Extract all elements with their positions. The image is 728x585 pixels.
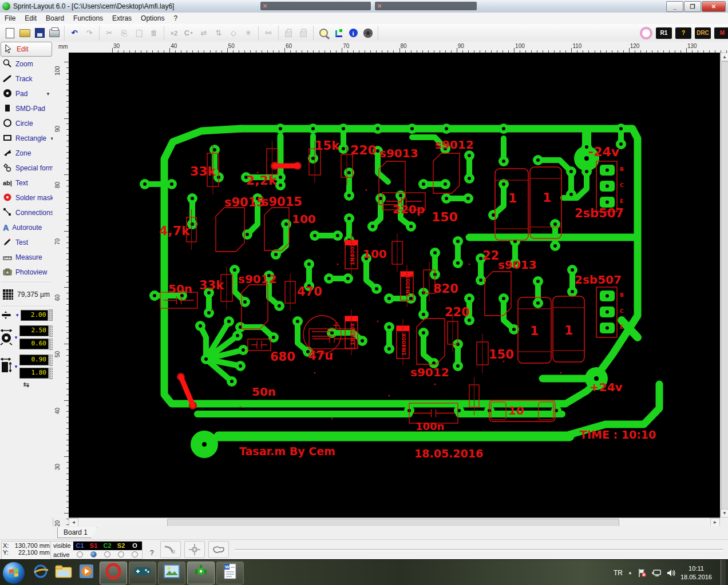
sidebar-item-smd-pad[interactable]: SMD-Pad — [0, 101, 53, 116]
chevron-down-icon[interactable]: ▼ — [14, 364, 18, 369]
save-icon[interactable] — [32, 26, 47, 40]
pad-drill-input[interactable]: 0.60 — [19, 339, 49, 349]
swap-values-button[interactable]: ⇆ — [0, 380, 53, 389]
open-icon[interactable] — [17, 26, 32, 40]
scroll-right-icon[interactable]: ► — [710, 518, 720, 527]
tab-board-1[interactable]: Board 1 — [57, 527, 97, 538]
close-button[interactable]: ✕ — [702, 1, 726, 12]
paste-icon[interactable]: 📋 — [132, 26, 147, 40]
show-desktop-button[interactable] — [721, 560, 726, 585]
sidebar-item-circle[interactable]: Circle — [0, 116, 53, 131]
start-button[interactable] — [3, 562, 25, 584]
taskbar-ie-button[interactable] — [29, 562, 52, 584]
scroll-up-icon[interactable]: ▲ — [721, 53, 728, 61]
taskbar-opera-button[interactable] — [100, 562, 127, 584]
taskbar-explorer-button[interactable] — [52, 562, 75, 584]
autoroute-toolbar-icon[interactable] — [331, 26, 346, 40]
grid-setting[interactable]: 79,375 µm — [0, 285, 53, 304]
vertical-scroll-thumb[interactable] — [721, 61, 728, 510]
horizontal-scroll-thumb[interactable] — [167, 519, 619, 527]
layer-O[interactable]: O — [128, 542, 142, 550]
vertical-scrollbar[interactable]: ▲ ▼ — [720, 53, 728, 518]
horizontal-scrollbar[interactable]: ◄ ► — [69, 518, 720, 527]
scroll-left-icon[interactable]: ◄ — [69, 518, 78, 527]
track-width-input[interactable]: 2.00 — [21, 310, 48, 321]
action-center-flag-icon[interactable] — [638, 568, 647, 578]
help-badge-button[interactable]: ? — [675, 27, 691, 39]
minimize-button[interactable]: _ — [666, 1, 683, 12]
info-icon[interactable]: i — [346, 26, 361, 40]
smd-width-input[interactable]: 0.90 — [19, 355, 49, 365]
chevron-down-icon[interactable]: ▼ — [15, 313, 19, 318]
lock-icon[interactable] — [281, 26, 296, 40]
layer-radio-S1[interactable] — [87, 550, 101, 558]
smd-height-input[interactable]: 1.80 — [19, 368, 49, 379]
layer-S2[interactable]: S2 — [114, 542, 128, 550]
layer-S1[interactable]: S1 — [87, 542, 101, 550]
duplicate-button[interactable]: ×2 — [167, 26, 181, 40]
sidebar-item-solder-mask[interactable]: Solder mask — [0, 190, 53, 205]
close-icon[interactable]: ✕ — [377, 3, 382, 9]
photoview-toolbar-icon[interactable] — [361, 26, 375, 40]
explode-icon[interactable]: ✳ — [241, 26, 256, 40]
cut-icon[interactable]: ✂ — [102, 26, 117, 40]
connect-icon[interactable]: ⚯ — [261, 26, 276, 40]
scroll-down-icon[interactable]: ▼ — [721, 509, 728, 518]
sidebar-item-connections[interactable]: Connections — [0, 205, 53, 220]
menu-file[interactable]: File — [0, 13, 20, 23]
mirror-horizontal-icon[interactable]: ⇄ — [196, 26, 211, 40]
layer-radio-C1[interactable] — [73, 550, 87, 558]
menu-options[interactable]: Options — [136, 13, 169, 23]
sidebar-item-measure[interactable]: Measure — [0, 250, 53, 265]
new-icon[interactable] — [2, 26, 17, 40]
zone-shape-button[interactable] — [208, 541, 229, 558]
language-indicator[interactable]: TR — [614, 569, 623, 577]
volume-icon[interactable] — [666, 568, 675, 578]
menu-board[interactable]: Board — [41, 13, 69, 23]
copy-icon[interactable]: ⎘ — [117, 26, 132, 40]
menu-?[interactable]: ? — [169, 13, 182, 23]
pad-crosshair-button[interactable] — [184, 541, 205, 558]
sidebar-item-zone[interactable]: Zone — [0, 146, 53, 161]
undo-icon[interactable]: ↶ — [67, 26, 82, 40]
chevron-down-icon[interactable]: ▼ — [46, 91, 50, 97]
align-icon[interactable]: ◇ — [226, 26, 241, 40]
track-width-spinner[interactable] — [49, 309, 53, 321]
lock-all-icon[interactable] — [296, 26, 311, 40]
taskbar-imageviewer-button[interactable] — [158, 562, 185, 584]
chevron-down-icon[interactable]: ▼ — [14, 335, 18, 340]
maximize-button[interactable]: ❐ — [684, 1, 701, 12]
layer-C2[interactable]: C2 — [101, 542, 114, 550]
layer-C1[interactable]: C1 — [73, 542, 87, 550]
sidebar-item-photoview[interactable]: Photoview — [0, 265, 53, 280]
r1-badge-button[interactable]: R1 — [656, 27, 672, 39]
tray-expand-icon[interactable]: ▲ — [628, 570, 632, 575]
sidebar-item-test[interactable]: Test — [0, 235, 53, 250]
pad-outer-input[interactable]: 2.50 — [19, 325, 49, 336]
layer-radio-O[interactable] — [128, 550, 142, 558]
delete-icon[interactable]: 🗑 — [147, 26, 161, 40]
taskbar-mediaplayer-button[interactable] — [75, 562, 98, 584]
layer-radio-S2[interactable] — [114, 550, 128, 558]
background-window-fragment[interactable]: ✕ — [260, 2, 371, 10]
menu-extras[interactable]: Extras — [108, 13, 136, 23]
rotate-button[interactable]: C▼ — [181, 26, 196, 40]
network-icon[interactable] — [652, 568, 661, 578]
sidebar-item-pad[interactable]: Pad▼ — [0, 86, 53, 101]
sidebar-item-autoroute[interactable]: AAutoroute — [0, 220, 53, 235]
layer-radio-C2[interactable] — [101, 550, 114, 558]
sidebar-item-rectangle[interactable]: Rectangle▼ — [0, 131, 53, 146]
sidebar-item-text[interactable]: ab|Text — [0, 176, 53, 190]
track-mode-button[interactable] — [160, 541, 181, 558]
sidebar-item-zoom[interactable]: Zoom — [0, 57, 53, 71]
menu-edit[interactable]: Edit — [20, 13, 41, 23]
sidebar-item-track[interactable]: Track — [0, 71, 53, 86]
clock[interactable]: 10:11 18.05.2016 — [680, 564, 715, 582]
background-window-fragment[interactable]: ✕ — [375, 2, 477, 10]
taskbar-word-button[interactable]: W — [216, 562, 244, 584]
drc-badge-button[interactable]: DRC — [695, 27, 711, 39]
close-icon[interactable]: ✕ — [263, 3, 267, 9]
print-icon[interactable] — [47, 26, 62, 40]
sidebar-item-edit[interactable]: Edit — [1, 42, 52, 57]
solder-mask-toggle-icon[interactable] — [640, 27, 652, 39]
